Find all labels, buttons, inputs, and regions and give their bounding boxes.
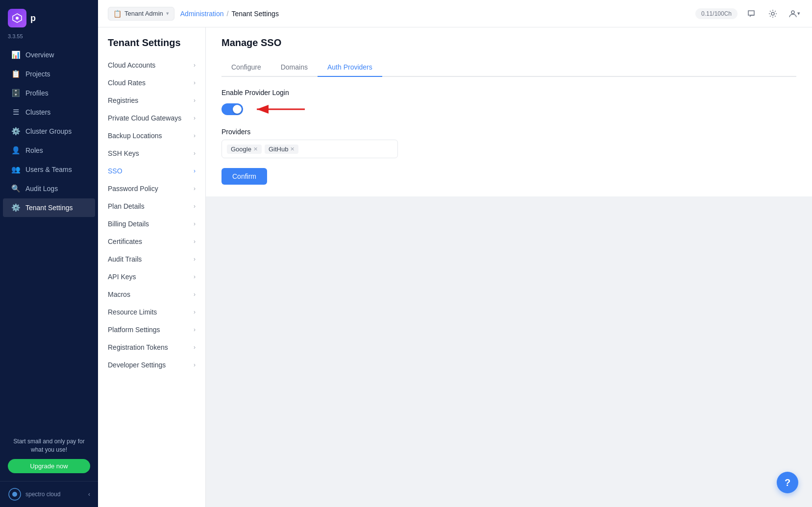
chat-icon-button[interactable] [743,6,759,22]
menu-item-registration-tokens[interactable]: Registration Tokens › [98,338,205,356]
help-button[interactable]: ? [777,472,798,493]
provider-tag-close-google[interactable]: ✕ [253,146,258,152]
sidebar-item-overview[interactable]: 📊 Overview [3,46,95,64]
chevron-registries: › [194,97,196,104]
svg-point-1 [16,17,19,20]
sidebar-collapse-icon[interactable]: ‹ [88,491,90,498]
chevron-private-cloud-gateways: › [194,115,196,121]
menu-item-backup-locations[interactable]: Backup Locations › [98,127,205,145]
menu-label-cloud-rates: Cloud Rates [108,79,146,87]
toggle-knob [233,105,242,114]
tenant-settings-icon: ⚙️ [11,203,21,212]
sidebar-logo: p [0,0,98,32]
menu-item-resource-limits[interactable]: Resource Limits › [98,303,205,321]
breadcrumb-link[interactable]: Administration [180,10,224,18]
sidebar-item-clusters[interactable]: ☰ Clusters [3,103,95,121]
chevron-api-keys: › [194,273,196,280]
footer-brand-label: spectro cloud [25,491,60,498]
tenant-selector[interactable]: 📋 Tenant Admin ▾ [108,7,174,21]
chevron-cloud-accounts: › [194,62,196,69]
form-content: Enable Provider Login [206,77,812,196]
panel-container: Manage SSO Configure Domains Auth Provid… [206,27,812,507]
gray-area [206,196,812,507]
menu-item-private-cloud-gateways[interactable]: Private Cloud Gateways › [98,109,205,127]
menu-item-certificates[interactable]: Certificates › [98,233,205,250]
menu-item-developer-settings[interactable]: Developer Settings › [98,356,205,374]
breadcrumb-separator: / [226,10,228,18]
topbar: 📋 Tenant Admin ▾ Administration / Tenant… [98,0,812,27]
menu-item-ssh-keys[interactable]: SSH Keys › [98,145,205,162]
sidebar-item-label-clusters: Clusters [25,108,50,116]
menu-item-sso[interactable]: SSO › [98,162,205,180]
menu-label-sso: SSO [108,167,123,175]
menu-item-password-policy[interactable]: Password Policy › [98,180,205,197]
sidebar-item-label-roles: Roles [25,146,43,154]
chevron-registration-tokens: › [194,344,196,351]
chevron-cloud-rates: › [194,79,196,86]
enable-provider-login-toggle[interactable] [221,103,243,115]
sidebar-item-profiles[interactable]: 🗄️ Profiles [3,84,95,102]
menu-label-ssh-keys: SSH Keys [108,149,139,157]
confirm-button[interactable]: Confirm [221,168,267,185]
sidebar-item-audit-logs[interactable]: 🔍 Audit Logs [3,179,95,198]
sidebar-item-label-users-teams: Users & Teams [25,166,72,173]
svg-point-3 [12,492,17,497]
clusters-icon: ☰ [11,108,21,117]
svg-point-5 [791,11,794,14]
sidebar-item-label-audit-logs: Audit Logs [25,185,58,193]
upgrade-button[interactable]: Upgrade now [8,459,90,473]
settings-icon-button[interactable] [765,6,781,22]
menu-item-plan-details[interactable]: Plan Details › [98,197,205,215]
menu-item-cloud-rates[interactable]: Cloud Rates › [98,74,205,92]
chevron-ssh-keys: › [194,150,196,157]
breadcrumb-current: Tenant Settings [231,10,279,18]
menu-label-certificates: Certificates [108,238,142,245]
menu-item-macros[interactable]: Macros › [98,286,205,303]
content-area: Tenant Settings Cloud Accounts › Cloud R… [98,27,812,507]
menu-label-resource-limits: Resource Limits [108,308,157,316]
sidebar-item-users-teams[interactable]: 👥 Users & Teams [3,160,95,179]
menu-label-registration-tokens: Registration Tokens [108,343,168,351]
menu-item-registries[interactable]: Registries › [98,92,205,109]
menu-label-billing-details: Billing Details [108,220,149,228]
provider-tag-close-github[interactable]: ✕ [290,146,295,152]
sidebar-nav: 📊 Overview 📋 Projects 🗄️ Profiles ☰ Clus… [0,45,98,430]
sidebar-item-roles[interactable]: 👤 Roles [3,141,95,160]
cluster-groups-icon: ⚙️ [11,127,21,136]
topbar-actions: 0.11/100Ch ▾ [695,6,802,22]
chevron-sso: › [194,168,196,174]
menu-item-platform-settings[interactable]: Platform Settings › [98,321,205,338]
menu-item-billing-details[interactable]: Billing Details › [98,215,205,233]
user-icon-button[interactable]: ▾ [787,6,802,22]
tabs: Configure Domains Auth Providers [221,58,796,77]
provider-tag-github: GitHub ✕ [265,145,298,154]
tab-configure[interactable]: Configure [221,58,271,77]
help-label: ? [785,477,790,488]
tenant-icon: 📋 [113,10,122,18]
providers-input[interactable]: Google ✕ GitHub ✕ [221,140,398,158]
projects-icon: 📋 [11,70,21,78]
chat-icon [747,9,756,18]
gear-icon [768,9,777,18]
chevron-plan-details: › [194,203,196,210]
main-area: 📋 Tenant Admin ▾ Administration / Tenant… [98,0,812,507]
sidebar-item-tenant-settings[interactable]: ⚙️ Tenant Settings [3,198,95,217]
menu-item-audit-trails[interactable]: Audit Trails › [98,250,205,268]
menu-item-api-keys[interactable]: API Keys › [98,268,205,286]
sidebar-item-projects[interactable]: 📋 Projects [3,65,95,83]
audit-logs-icon: 🔍 [11,184,21,193]
chevron-certificates: › [194,238,196,245]
sidebar-item-label-overview: Overview [25,51,54,59]
tab-domains[interactable]: Domains [271,58,318,77]
logo-text: p [30,13,36,24]
enable-provider-login-label: Enable Provider Login [221,89,796,97]
annotation-arrow [251,102,310,116]
menu-item-cloud-accounts[interactable]: Cloud Accounts › [98,56,205,74]
tab-auth-providers[interactable]: Auth Providers [318,58,382,77]
sidebar-item-cluster-groups[interactable]: ⚙️ Cluster Groups [3,122,95,141]
roles-icon: 👤 [11,146,21,155]
overview-icon: 📊 [11,50,21,59]
tenant-name: Tenant Admin [124,10,163,17]
sidebar-item-label-projects: Projects [25,70,50,78]
menu-label-audit-trails: Audit Trails [108,255,142,263]
